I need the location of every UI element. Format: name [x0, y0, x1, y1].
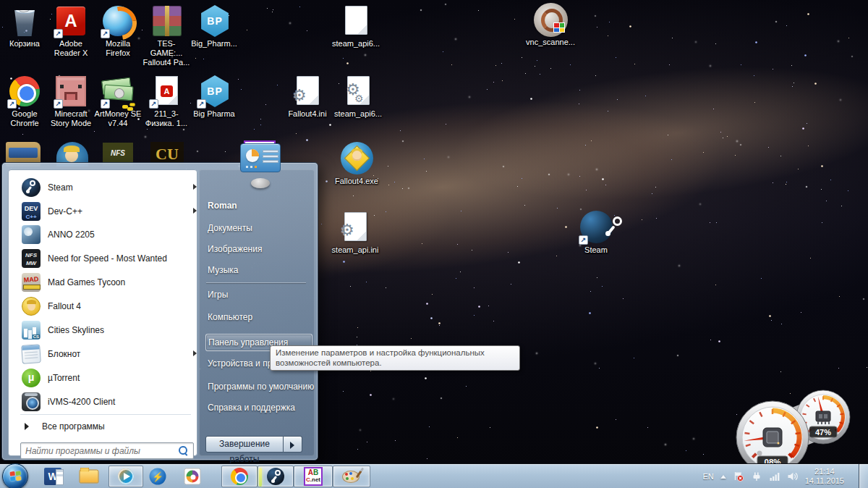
- shutdown-button[interactable]: Завершение работы: [205, 436, 284, 453]
- icon-label: Google Chrome: [0, 109, 49, 128]
- icon-label: steam_api6...: [333, 109, 383, 119]
- taskbar-clock[interactable]: 21:14 14.11.2015: [805, 467, 844, 486]
- taskbar-daemon-tools[interactable]: ⚡: [143, 466, 172, 487]
- desktop-icon-tes-game-archive[interactable]: TES-GAME:... Fallout4 Pa...: [142, 4, 191, 67]
- submenu-arrow-icon: [193, 184, 197, 190]
- menu-item-notepad[interactable]: Блокнот: [16, 342, 201, 366]
- pdf-document-icon: A: [156, 76, 178, 105]
- shortcut-arrow-icon: ↗: [101, 99, 110, 109]
- desktop-icon-adobe-reader[interactable]: A ↗ Adobe Reader X: [46, 4, 95, 58]
- menu-item-anno-2205[interactable]: ANNO 2205: [16, 222, 201, 246]
- menu-item-default-programs[interactable]: Программы по умолчанию: [208, 378, 309, 395]
- menu-item-utorrent[interactable]: µ µTorrent: [16, 366, 201, 390]
- windows-flag-icon: [9, 471, 22, 482]
- taskbar-chrome[interactable]: [221, 466, 258, 487]
- desktop-icon-steam-api-ini[interactable]: ⚙ steam_api.ini: [331, 211, 380, 255]
- mad-games-tycoon-icon: MAD: [22, 273, 41, 292]
- menu-item-games[interactable]: Игры: [208, 286, 309, 303]
- cpu-chip-icon: [763, 428, 782, 447]
- clock-date: 14.11.2015: [805, 476, 844, 485]
- fallout4-icon: [22, 297, 41, 316]
- search-icon[interactable]: [179, 446, 189, 456]
- shutdown-options-arrow-button[interactable]: [284, 436, 302, 453]
- desktop-icon-fallout4-exe[interactable]: Fallout4.exe: [332, 142, 381, 186]
- photo-viewer-icon: [184, 468, 201, 485]
- all-programs-item[interactable]: Все программы: [16, 418, 197, 434]
- nfs-mw-icon: NFSMW: [22, 249, 41, 268]
- big-pharma-hex-icon: BP: [200, 5, 230, 37]
- cpu-meter-gadget[interactable]: 47% 08%: [722, 385, 867, 476]
- icon-label: vnc_scanne...: [526, 38, 575, 47]
- menu-divider: [20, 414, 191, 415]
- desktop-icon-steam-api-config[interactable]: ⚙ ⚙ steam_api6...: [333, 75, 383, 119]
- desktop-icon-fallout4-ini[interactable]: ⚙ Fallout4.ini: [283, 75, 332, 119]
- taskbar-paint[interactable]: [333, 466, 370, 487]
- desktop-icon-vnc-scanner[interactable]: vnc_scanne...: [526, 3, 575, 47]
- desktop-icon-steam-api-doc[interactable]: steam_api6...: [331, 4, 380, 49]
- action-center-flag-icon[interactable]: [733, 471, 744, 482]
- language-indicator[interactable]: EN: [702, 472, 713, 481]
- taskbar-explorer[interactable]: [75, 466, 103, 487]
- icon-label: Steam: [571, 245, 621, 255]
- user-name-item[interactable]: Roman: [208, 197, 309, 214]
- taskbar-media-player[interactable]: [109, 466, 143, 487]
- network-signal-icon[interactable]: [769, 471, 780, 482]
- remove-hardware-icon[interactable]: [751, 471, 762, 482]
- menu-item-fallout-4[interactable]: Fallout 4: [16, 294, 201, 318]
- menu-divider: [206, 282, 306, 283]
- menu-item-help-support[interactable]: Справка и поддержка: [208, 399, 309, 416]
- menu-item-ivms-client[interactable]: iVMS-4200 Client: [16, 390, 201, 413]
- desktop-icon-google-chrome[interactable]: ↗ Google Chrome: [0, 75, 49, 128]
- taskbar-pascal-abc[interactable]: AB C.net: [294, 466, 333, 487]
- hidden-icons-arrow[interactable]: [720, 475, 726, 479]
- desktop-icon-big-pharma[interactable]: BP ↗ Big Pharma: [190, 75, 239, 119]
- menu-item-nfs-most-wanted[interactable]: NFSMW Need for Speed - Most Wanted: [16, 246, 201, 270]
- taskbar-photo-viewer[interactable]: [178, 466, 207, 487]
- menu-item-music[interactable]: Музыка: [208, 261, 309, 279]
- stars-layer-bright: [0, 0, 1, 1]
- dev-cpp-icon: DEVC++: [22, 202, 41, 221]
- control-panel-large-icon: [239, 142, 282, 184]
- menu-item-dev-cpp[interactable]: DEVC++ Dev-C++: [16, 199, 201, 223]
- desktop-icon-firefox[interactable]: ↗ Mozilla Firefox: [93, 4, 142, 58]
- shortcut-arrow-icon: ↗: [7, 99, 17, 109]
- anno-2205-icon: [22, 225, 41, 244]
- submenu-arrow-icon: [193, 208, 197, 214]
- desktop-icon-physics-pdf[interactable]: A ↗ 211_3-Физика. 1...: [142, 75, 191, 128]
- attention-glow: [259, 468, 262, 487]
- icon-label: ArtMoney SE v7.44: [93, 109, 142, 128]
- submenu-arrow-icon: [193, 350, 197, 356]
- icon-label: Minecraft Story Mode: [46, 109, 95, 128]
- vnc-scanner-icon: [534, 3, 568, 37]
- volume-icon[interactable]: [787, 471, 799, 482]
- system-tray: EN: [702, 464, 858, 488]
- chrome-icon: [231, 468, 248, 485]
- gear-small-icon: ⚙: [354, 91, 364, 106]
- shortcut-arrow-icon: ↗: [101, 29, 110, 38]
- monitor-base: [251, 178, 270, 188]
- ram-usage-value: 47%: [815, 428, 831, 437]
- menu-item-computer[interactable]: Компьютер: [208, 308, 309, 326]
- gear-icon: ⚙: [292, 88, 307, 104]
- menu-item-pictures[interactable]: Изображения: [208, 240, 309, 258]
- icon-label: Fallout4.exe: [332, 177, 381, 186]
- search-input[interactable]: [25, 444, 174, 458]
- menu-item-steam[interactable]: Steam: [16, 175, 201, 199]
- icon-label: Adobe Reader X: [46, 39, 95, 58]
- desktop-icon-minecraft-story-mode[interactable]: ↗ Minecraft Story Mode: [46, 75, 95, 128]
- menu-item-cities-skylines[interactable]: CS Cities Skylines: [16, 318, 201, 342]
- desktop-icon-artmoney[interactable]: ↗ ArtMoney SE v7.44: [93, 75, 142, 128]
- start-button[interactable]: [2, 463, 28, 488]
- start-menu-search-box: [20, 442, 194, 459]
- start-menu-right-panel: Roman Документы Изображения Музыка Игры …: [199, 169, 315, 456]
- desktop-icon-recycle-bin[interactable]: Корзина: [0, 4, 49, 49]
- taskbar-steam[interactable]: [258, 466, 294, 487]
- menu-item-mad-games-tycoon[interactable]: MAD Mad Games Tycoon: [16, 270, 201, 294]
- menu-item-documents[interactable]: Документы: [208, 219, 309, 237]
- taskbar: W ⚡ AB C.net: [0, 463, 868, 488]
- desktop-icon-big-pharm-archive[interactable]: BP Big_Pharm...: [190, 4, 239, 49]
- desktop-icon-steam[interactable]: ↗ Steam: [571, 211, 621, 255]
- show-desktop-button[interactable]: [859, 464, 868, 488]
- taskbar-word[interactable]: W: [40, 466, 66, 487]
- icon-label: Корзина: [0, 39, 49, 49]
